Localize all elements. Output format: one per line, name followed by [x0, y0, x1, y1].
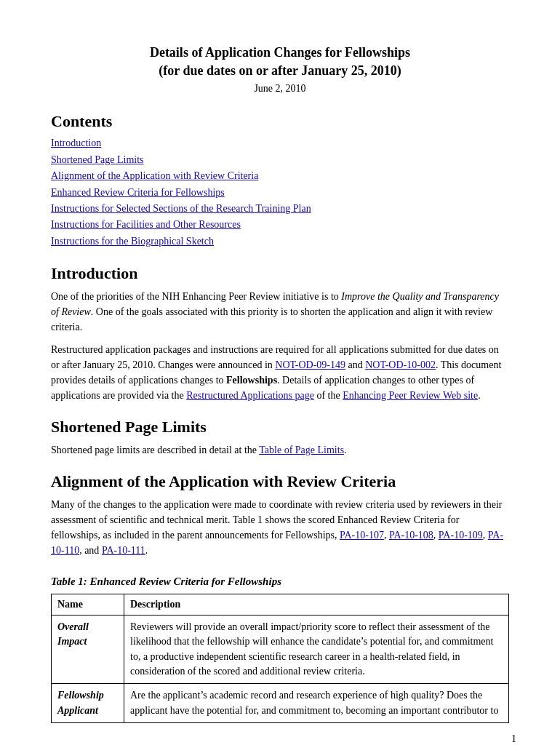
link-pa10-111[interactable]: PA-10-111 — [102, 545, 145, 556]
table-header-row: Name Description — [52, 594, 509, 615]
alignment-para1: Many of the changes to the application w… — [51, 497, 509, 558]
col-header-description: Description — [124, 594, 509, 615]
alignment-section: Alignment of the Application with Review… — [51, 472, 509, 558]
link-pa10-107[interactable]: PA-10-107 — [340, 530, 384, 541]
intro-para2-mid: and — [345, 359, 365, 370]
table-of-contents: Contents Introduction Shortened Page Lim… — [51, 112, 509, 250]
alignment-mid1: , — [384, 530, 389, 541]
shortened-para1-start: Shortened page limits are described in d… — [51, 445, 259, 455]
intro-para2-end: . — [478, 390, 481, 401]
introduction-para1: One of the priorities of the NIH Enhanci… — [51, 289, 509, 335]
enhanced-review-criteria-table: Name Description Overall ImpactReviewers… — [51, 594, 509, 723]
table-cell-name: Fellowship Applicant — [52, 684, 124, 723]
toc-link-instructions-facilities[interactable]: Instructions for Facilities and Other Re… — [51, 217, 509, 233]
link-restructured-applications[interactable]: Restructured Applications page — [186, 390, 314, 401]
alignment-heading: Alignment of the Application with Review… — [51, 472, 509, 491]
toc-link-instructions-biographical[interactable]: Instructions for the Biographical Sketch — [51, 234, 509, 250]
page-title: Details of Application Changes for Fello… — [51, 44, 509, 95]
table-section: Table 1: Enhanced Review Criteria for Fe… — [51, 575, 509, 723]
alignment-mid4: , and — [79, 545, 102, 556]
intro-para1-cont: . One of the goals associated with this … — [51, 306, 492, 332]
introduction-para2: Restructured application packages and in… — [51, 342, 509, 403]
col-header-name: Name — [52, 594, 124, 615]
alignment-end: . — [145, 545, 148, 556]
page-number: 1 — [511, 733, 516, 745]
contents-heading: Contents — [51, 112, 509, 131]
toc-link-shortened[interactable]: Shortened Page Limits — [51, 152, 509, 168]
toc-link-introduction[interactable]: Introduction — [51, 135, 509, 151]
intro-para1-start: One of the priorities of the NIH Enhanci… — [51, 291, 341, 302]
link-enhancing-peer-review[interactable]: Enhancing Peer Review Web site — [343, 390, 478, 401]
link-table-of-page-limits[interactable]: Table of Page Limits — [259, 445, 344, 455]
page-date: June 2, 2010 — [51, 83, 509, 95]
shortened-para1-end: . — [344, 445, 347, 455]
toc-link-enhanced[interactable]: Enhanced Review Criteria for Fellowships — [51, 185, 509, 201]
link-not-od-10-002[interactable]: NOT-OD-10-002 — [365, 359, 436, 370]
intro-para2-bold: Fellowships — [226, 375, 277, 386]
link-pa10-109[interactable]: PA-10-109 — [439, 530, 483, 541]
toc-link-alignment[interactable]: Alignment of the Application with Review… — [51, 168, 509, 184]
shortened-section: Shortened Page Limits Shortened page lim… — [51, 418, 509, 458]
shortened-para1: Shortened page limits are described in d… — [51, 442, 509, 458]
table-cell-description: Reviewers will provide an overall impact… — [124, 615, 509, 684]
intro-para2-mid3: of the — [314, 390, 343, 401]
shortened-heading: Shortened Page Limits — [51, 418, 509, 437]
table-cell-description: Are the applicant’s academic record and … — [124, 684, 509, 723]
link-pa10-108[interactable]: PA-10-108 — [389, 530, 433, 541]
introduction-section: Introduction One of the priorities of th… — [51, 264, 509, 403]
table-cell-name: Overall Impact — [52, 615, 124, 684]
alignment-mid2: , — [433, 530, 439, 541]
alignment-mid3: , — [483, 530, 488, 541]
introduction-heading: Introduction — [51, 264, 509, 283]
title-line1: Details of Application Changes for Fello… — [150, 45, 410, 60]
table-row: Overall ImpactReviewers will provide an … — [52, 615, 509, 684]
table-row: Fellowship ApplicantAre the applicant’s … — [52, 684, 509, 723]
link-not-od-09-149[interactable]: NOT-OD-09-149 — [275, 359, 345, 370]
toc-link-instructions-training[interactable]: Instructions for Selected Sections of th… — [51, 201, 509, 217]
title-line2: (for due dates on or after January 25, 2… — [159, 63, 401, 78]
table-title: Table 1: Enhanced Review Criteria for Fe… — [51, 575, 509, 588]
